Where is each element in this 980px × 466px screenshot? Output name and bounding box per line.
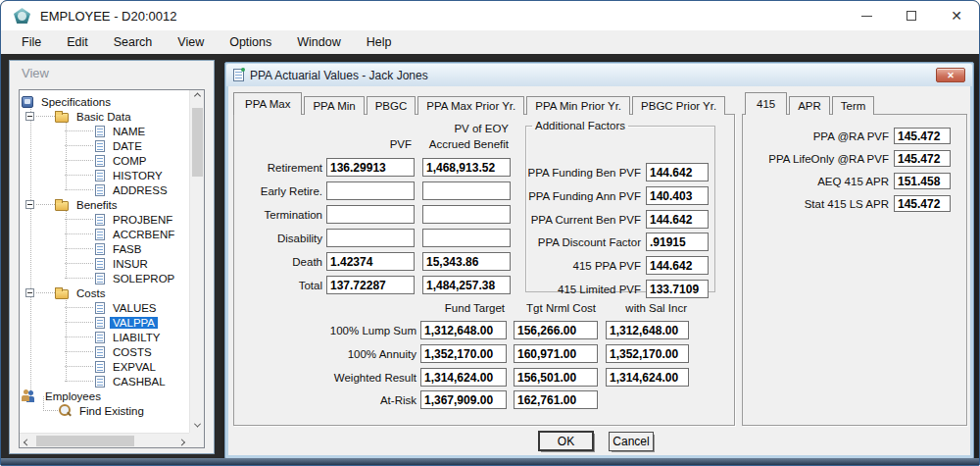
menu-item-view[interactable]: View [165, 35, 217, 49]
cost-value-field[interactable]: 156,501.00 [514, 368, 598, 387]
menu-item-window[interactable]: Window [284, 35, 353, 49]
minimize-button[interactable] [844, 1, 889, 30]
tab-ppa-min[interactable]: PPA Min [304, 96, 364, 115]
horizontal-scroll-thumb[interactable] [36, 436, 134, 446]
expander-minus-icon[interactable] [25, 112, 34, 121]
factor-value-field[interactable]: 133.7109 [646, 280, 709, 298]
menu-item-help[interactable]: Help [354, 35, 405, 49]
expander-minus-icon[interactable] [25, 200, 34, 209]
tree-item-expval[interactable]: EXPVAL [20, 359, 189, 374]
menu-item-options[interactable]: Options [217, 35, 284, 49]
pvf-value-field[interactable] [326, 181, 415, 200]
factor-label: PPA Discount Factor [538, 236, 641, 248]
tree-item-values[interactable]: VALUES [20, 300, 189, 315]
tree-item-costs[interactable]: COSTS [20, 344, 189, 359]
tree-connector [65, 233, 93, 234]
cost-value-field[interactable]: 1,352,170.00 [420, 344, 507, 363]
pvf-value-field[interactable]: 137.72287 [326, 276, 415, 294]
factor-value-field[interactable]: 144.642 [646, 210, 709, 229]
accrued-benefit-field[interactable]: 15,343.86 [422, 252, 511, 271]
cost-value-field[interactable]: 1,367,909.00 [420, 390, 507, 409]
cost-value-field[interactable]: 162,761.00 [514, 390, 598, 409]
specifications-tree: SpecificationsBasic DataNAMEDATECOMPHIST… [20, 90, 189, 433]
document-icon [95, 332, 105, 343]
menu-item-file[interactable]: File [9, 35, 54, 49]
cost-value-field[interactable]: 1,314,624.00 [420, 368, 507, 387]
cost-value-field[interactable]: 1,312,648.00 [420, 321, 507, 339]
scroll-up-icon[interactable] [190, 90, 205, 105]
apr-value-field[interactable]: 145.472 [894, 150, 951, 167]
tree-item-benefits[interactable]: Benefits [20, 197, 189, 212]
tab-apr[interactable]: APR [789, 96, 830, 115]
cost-value-field[interactable]: 156,266.00 [514, 321, 598, 339]
dialog-close-button[interactable]: ✕ [936, 68, 965, 82]
cost-value-field[interactable]: 1,314,624.00 [606, 368, 689, 387]
scroll-right-icon[interactable] [174, 434, 189, 448]
cost-value-field[interactable]: 1,312,648.00 [606, 321, 689, 339]
accrued-benefit-field[interactable] [422, 181, 511, 200]
accrued-benefit-field[interactable] [422, 205, 511, 224]
scroll-left-icon[interactable] [20, 434, 34, 448]
horizontal-scrollbar[interactable] [20, 433, 189, 447]
pvf-row-total: Total137.722871,484,257.38 [238, 276, 511, 294]
tree-item-comp[interactable]: COMP [20, 153, 189, 168]
close-button[interactable]: ✕ [934, 1, 979, 30]
tree-item-specifications[interactable]: Specifications [20, 94, 189, 109]
apr-value-field[interactable]: 145.472 [894, 128, 951, 144]
tree-item-fasb[interactable]: FASB [20, 241, 189, 256]
tree-item-soleprop[interactable]: SOLEPROP [20, 271, 189, 285]
vertical-scrollbar[interactable] [189, 90, 204, 433]
tab-ppa-max-prior-yr[interactable]: PPA Max Prior Yr. [417, 96, 524, 115]
pvf-value-field[interactable]: 136.29913 [326, 158, 415, 177]
tree-item-date[interactable]: DATE [20, 138, 189, 153]
tree-item-insur[interactable]: INSUR [20, 256, 189, 271]
tab-pbgc[interactable]: PBGC [367, 96, 416, 115]
tree-item-employees[interactable]: Employees [20, 388, 189, 403]
tab-pbgc-prior-yr[interactable]: PBGC Prior Yr. [632, 96, 725, 115]
factor-value-field[interactable]: 140.403 [646, 186, 709, 205]
tab-ppa-min-prior-yr[interactable]: PPA Min Prior Yr. [526, 96, 630, 115]
tree-item-accrbenf[interactable]: ACCRBENF [20, 227, 189, 241]
accrued-benefit-field[interactable] [422, 229, 511, 247]
cost-value-field[interactable]: 1,352,170.00 [606, 344, 689, 363]
cost-value-field[interactable]: 160,971.00 [514, 344, 598, 363]
tab-ppa-max[interactable]: PPA Max [233, 92, 302, 115]
maximize-button[interactable] [889, 1, 934, 30]
apr-value-field[interactable]: 145.472 [894, 195, 951, 212]
menu-item-edit[interactable]: Edit [54, 35, 101, 49]
col-header-pvf: PVF [326, 138, 412, 150]
tree-item-basic-data[interactable]: Basic Data [20, 109, 189, 124]
tree-item-projbenf[interactable]: PROJBENF [20, 212, 189, 227]
factor-value-field[interactable]: .91915 [646, 233, 709, 251]
ok-button[interactable]: OK [538, 431, 594, 451]
tree-item-liabilty[interactable]: LIABILTY [20, 330, 189, 344]
scroll-down-icon[interactable] [190, 418, 205, 433]
accrued-benefit-field[interactable]: 1,484,257.38 [422, 276, 511, 294]
pvf-value-field[interactable]: 1.42374 [326, 252, 415, 271]
pvf-value-field[interactable] [326, 205, 415, 224]
tree-item-label: COMP [110, 155, 150, 167]
tree-item-valppa[interactable]: VALPPA [20, 315, 189, 330]
tree-item-costs[interactable]: Costs [20, 285, 189, 300]
app-window: EMPLOYEE - D20:0012 ✕ FileEditSearchView… [0, 0, 980, 466]
factor-value-field[interactable]: 144.642 [646, 256, 709, 275]
tree-item-label: Find Existing [76, 405, 147, 417]
tab-term[interactable]: Term [832, 96, 875, 115]
expander-minus-icon[interactable] [25, 288, 34, 297]
factor-label: AEQ 415 APR [817, 176, 889, 187]
factor-value-field[interactable]: 144.642 [646, 163, 709, 181]
cancel-button[interactable]: Cancel [609, 432, 654, 451]
row-label: Early Retire. [238, 185, 322, 197]
tab-415[interactable]: 415 [745, 92, 787, 115]
tree-item-cashbal[interactable]: CASHBAL [20, 374, 189, 388]
row-label: Termination [238, 209, 322, 221]
pvf-value-field[interactable] [326, 229, 415, 247]
accrued-benefit-field[interactable]: 1,468,913.52 [422, 158, 511, 177]
tree-item-find-existing[interactable]: Find Existing [20, 403, 189, 418]
tree-item-history[interactable]: HISTORY [20, 168, 189, 182]
menu-item-search[interactable]: Search [101, 35, 166, 49]
vertical-scroll-thumb[interactable] [192, 108, 203, 177]
tree-item-name[interactable]: NAME [20, 124, 189, 138]
apr-value-field[interactable]: 151.458 [894, 173, 951, 189]
tree-item-address[interactable]: ADDRESS [20, 182, 189, 197]
